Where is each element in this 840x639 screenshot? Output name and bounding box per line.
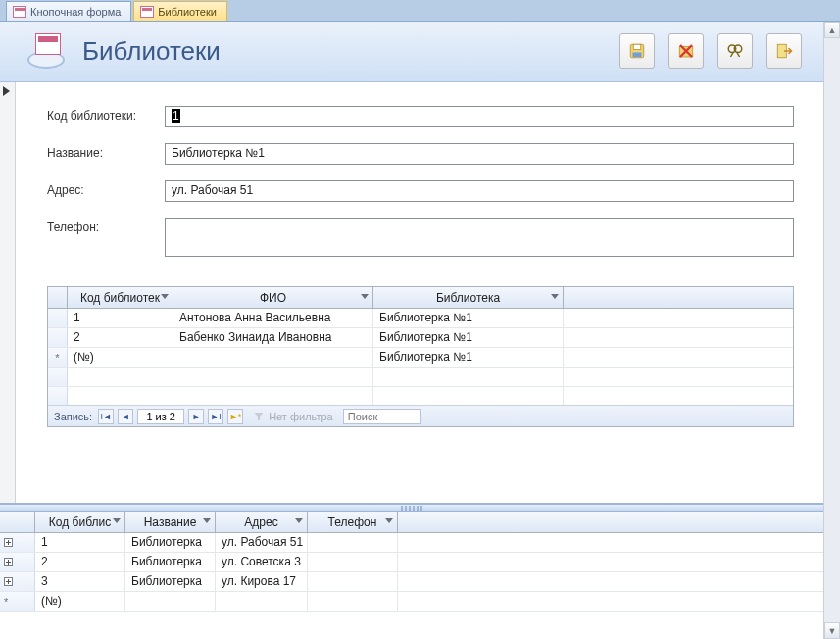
cell[interactable]: (№)	[68, 348, 173, 367]
form-detail: Код библиотеки: 1 Название: Библиотерка …	[0, 82, 823, 504]
nav-prev-button[interactable]: ◄	[118, 409, 133, 424]
table-row[interactable]: *(№)	[0, 592, 823, 612]
row-selector[interactable]: *	[48, 348, 68, 367]
expand-icon[interactable]	[4, 577, 13, 586]
cell[interactable]	[173, 348, 373, 367]
cell[interactable]: Библиотерка №1	[373, 309, 564, 327]
cell[interactable]: 1	[35, 533, 125, 552]
subform-librarians: Код библиотек ФИО Библиотека 1Антонова А…	[47, 286, 794, 427]
cell[interactable]: Бабенко Зинаида Ивановна	[173, 328, 373, 347]
cell[interactable]	[216, 592, 308, 611]
table-row[interactable]: *(№)Библиотерка №1	[48, 348, 793, 368]
field-input-code[interactable]: 1	[165, 106, 794, 127]
nav-filter-indicator[interactable]: Нет фильтра	[253, 411, 333, 422]
cell[interactable]: Антонова Анна Васильевна	[173, 309, 373, 327]
expand-icon[interactable]	[4, 558, 13, 566]
table-row[interactable]: 1Антонова Анна ВасильевнаБиблиотерка №1	[48, 309, 793, 328]
row-selector[interactable]	[0, 553, 35, 571]
scroll-up-button[interactable]: ▲	[824, 22, 840, 38]
form-icon	[13, 6, 26, 18]
field-input-address[interactable]: ул. Рабочая 51	[165, 180, 794, 202]
column-header-address[interactable]: Адрес	[216, 512, 308, 532]
cell[interactable]	[308, 553, 398, 571]
tab-switchboard[interactable]: Кнопочная форма	[6, 1, 131, 21]
cell[interactable]: Библиотерка	[125, 572, 216, 591]
cell[interactable]: 2	[35, 553, 125, 571]
column-header-code[interactable]: Код библис	[35, 512, 125, 532]
column-header-fio[interactable]: ФИО	[173, 287, 373, 308]
cell[interactable]: (№)	[35, 592, 125, 611]
nav-search-input[interactable]	[343, 409, 421, 424]
cell[interactable]: ул. Рабочая 51	[216, 533, 308, 552]
nav-first-button[interactable]: I◄	[98, 409, 114, 424]
delete-button[interactable]	[668, 33, 704, 69]
select-all-cell[interactable]	[48, 287, 68, 308]
form-splitter[interactable]	[0, 504, 823, 512]
scroll-down-button[interactable]: ▼	[824, 622, 840, 639]
cell[interactable]	[308, 592, 398, 611]
select-all-cell[interactable]	[0, 512, 35, 532]
row-selector[interactable]	[48, 309, 68, 327]
vertical-scrollbar[interactable]: ▲ ▼	[823, 22, 840, 639]
cell[interactable]: ул. Советска 3	[216, 553, 308, 571]
record-selector[interactable]	[0, 82, 16, 503]
subform-header-row: Код библиотек ФИО Библиотека	[48, 287, 793, 309]
cell[interactable]: Библиотерка №1	[373, 348, 564, 367]
nav-next-button[interactable]: ►	[188, 409, 204, 424]
find-button[interactable]	[717, 33, 753, 69]
cell[interactable]: 3	[35, 572, 125, 591]
row-selector[interactable]	[0, 572, 35, 591]
tab-libraries[interactable]: Библиотеки	[133, 1, 227, 21]
row-selector[interactable]	[48, 328, 68, 347]
tab-label: Библиотеки	[158, 6, 217, 18]
row-selector[interactable]: *	[0, 592, 35, 611]
column-header-library[interactable]: Библиотека	[373, 287, 564, 308]
table-row[interactable]: 1Библиотеркаул. Рабочая 51	[0, 533, 823, 553]
nav-new-button[interactable]: ►*	[227, 409, 243, 424]
filter-icon	[253, 411, 265, 422]
cell[interactable]: 1	[68, 309, 173, 327]
table-row[interactable]: 2Бабенко Зинаида ИвановнаБиблиотерка №1	[48, 328, 793, 348]
table-row-empty	[48, 387, 793, 405]
cell[interactable]	[308, 533, 398, 552]
field-label-address: Адрес:	[47, 180, 165, 197]
cell[interactable]	[308, 572, 398, 591]
cell[interactable]: Библиотерка	[125, 533, 216, 552]
cell[interactable]	[125, 592, 216, 611]
subform-body: 1Антонова Анна ВасильевнаБиблиотерка №12…	[48, 309, 793, 405]
cell[interactable]: ул. Кирова 17	[216, 572, 308, 591]
cell[interactable]: 2	[68, 328, 173, 347]
exit-button[interactable]	[766, 33, 802, 69]
exit-icon	[775, 42, 793, 60]
subform-record-nav: Запись: I◄ ◄ ► ►I ►* Нет фильтра	[48, 405, 793, 426]
table-row[interactable]: 3Библиотеркаул. Кирова 17	[0, 572, 823, 592]
column-header-phone[interactable]: Телефон	[308, 512, 398, 532]
field-label-phone: Телефон:	[47, 218, 165, 234]
form-header-icon	[27, 33, 65, 71]
form-header: Библиотеки	[0, 22, 823, 82]
chevron-down-icon	[295, 518, 303, 523]
nav-position-input[interactable]	[137, 409, 184, 424]
column-header-code[interactable]: Код библиотек	[68, 287, 173, 308]
cell[interactable]: Библиотерка	[125, 553, 216, 571]
nav-search	[343, 409, 421, 424]
column-header-name[interactable]: Название	[125, 512, 216, 532]
field-input-name[interactable]: Библиотерка №1	[165, 143, 794, 165]
cell[interactable]: Библиотерка №1	[373, 328, 564, 347]
table-row[interactable]: 2Библиотеркаул. Советска 3	[0, 553, 823, 572]
tab-label: Кнопочная форма	[30, 6, 121, 18]
expand-icon[interactable]	[4, 538, 13, 547]
field-input-phone[interactable]	[165, 218, 794, 257]
row-selector[interactable]	[0, 533, 35, 552]
svg-rect-1	[633, 44, 641, 49]
header-toolbar	[619, 33, 802, 69]
page-title: Библиотеки	[82, 36, 221, 67]
chevron-down-icon	[361, 294, 369, 299]
datasheet-body: 1Библиотеркаул. Рабочая 512Библиотеркаул…	[0, 533, 823, 639]
table-row-empty	[48, 368, 793, 387]
form-icon	[140, 6, 154, 18]
chevron-down-icon	[113, 518, 121, 523]
chevron-down-icon	[551, 294, 559, 299]
save-button[interactable]	[619, 33, 655, 69]
nav-last-button[interactable]: ►I	[208, 409, 223, 424]
